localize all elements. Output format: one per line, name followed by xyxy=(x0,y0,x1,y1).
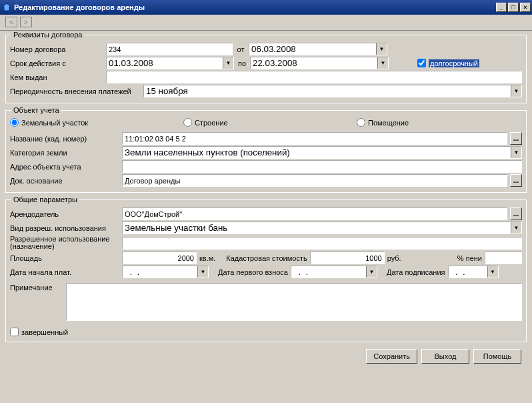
perm-label: Разрешенное использование (назначение) xyxy=(10,236,119,250)
save-button[interactable]: Сохранить xyxy=(366,349,417,364)
common-legend: Общие параметры xyxy=(11,195,79,204)
name-label: Название (кад. номер) xyxy=(10,135,119,143)
next-button[interactable]: > xyxy=(20,17,32,27)
d3-field[interactable]: ▼ xyxy=(448,266,499,278)
done-checkbox[interactable]: завершенный xyxy=(10,328,68,336)
chevron-down-icon[interactable]: ▼ xyxy=(197,266,208,278)
prev-button[interactable]: < xyxy=(5,17,17,27)
note-textarea[interactable] xyxy=(66,284,522,321)
cat-label: Категория земли xyxy=(10,149,119,157)
d1-label: Дата начала плат. xyxy=(10,268,119,276)
d2-label: Дата первого взноса xyxy=(218,268,288,276)
d1-field[interactable]: ▼ xyxy=(122,266,209,278)
button-bar: Сохранить Выход Помощь xyxy=(5,345,527,364)
nav-bar: < > xyxy=(0,15,532,31)
chevron-down-icon[interactable]: ▼ xyxy=(377,57,388,69)
title-bar: Редактирование договоров аренды _ □ × xyxy=(0,0,532,15)
chevron-down-icon[interactable]: ▼ xyxy=(511,222,521,234)
date-to-field[interactable]: ▼ xyxy=(250,57,389,69)
common-group: Общие параметры Арендодатель ... Вид раз… xyxy=(5,195,527,342)
radio-building[interactable]: Строение xyxy=(183,118,357,127)
exit-button[interactable]: Выход xyxy=(421,349,469,364)
longterm-checkbox[interactable]: долгосрочный xyxy=(417,59,479,67)
chevron-down-icon[interactable]: ▼ xyxy=(487,266,498,278)
doc-label: Док. основание xyxy=(10,177,119,185)
object-legend: Объект учета xyxy=(11,106,61,114)
cad-label: Кадастровая стоимость xyxy=(226,254,307,262)
chevron-down-icon[interactable]: ▼ xyxy=(511,85,521,97)
chevron-down-icon[interactable]: ▼ xyxy=(511,147,521,158)
chevron-down-icon[interactable]: ▼ xyxy=(366,266,377,278)
chevron-down-icon[interactable]: ▼ xyxy=(376,43,387,55)
kem-input[interactable] xyxy=(106,71,522,83)
use-label: Вид разреш. использования xyxy=(10,224,119,232)
help-button[interactable]: Помощь xyxy=(473,349,521,364)
addr-input[interactable] xyxy=(122,160,522,173)
number-input[interactable] xyxy=(106,43,233,55)
chevron-down-icon[interactable]: ▼ xyxy=(223,57,233,69)
peni-input[interactable] xyxy=(485,252,522,264)
requisites-legend: Реквизиты договора xyxy=(11,31,84,39)
d3-label: Дата подписания xyxy=(387,268,445,276)
radio-room[interactable]: Помещение xyxy=(357,118,409,127)
date-ot-field[interactable]: ▼ xyxy=(249,43,387,55)
cad-input[interactable] xyxy=(310,252,385,264)
minimize-button[interactable]: _ xyxy=(496,3,507,12)
cat-select[interactable]: ▼ xyxy=(122,146,522,159)
perm-input[interactable] xyxy=(122,237,522,250)
kem-label: Кем выдан xyxy=(10,73,103,81)
period-label: Периодичность внесения платежей xyxy=(10,87,141,95)
date-from-field[interactable]: ▼ xyxy=(106,57,234,69)
lessor-input[interactable] xyxy=(122,208,507,220)
app-icon xyxy=(1,2,12,13)
note-label: Примечание xyxy=(10,284,63,292)
area-input[interactable] xyxy=(122,252,197,264)
maximize-button[interactable]: □ xyxy=(508,3,519,12)
use-select[interactable]: ▼ xyxy=(122,222,522,234)
ot-label: от xyxy=(235,45,246,53)
radio-land[interactable]: Земельный участок xyxy=(10,118,183,127)
close-button[interactable]: × xyxy=(520,3,531,12)
object-group: Объект учета Земельный участок Строение … xyxy=(5,106,527,193)
d2-field[interactable]: ▼ xyxy=(291,266,377,278)
cad-unit: руб. xyxy=(387,254,401,262)
po-label: по xyxy=(237,59,247,67)
doc-lookup-button[interactable]: ... xyxy=(510,174,522,187)
area-unit: кв.м. xyxy=(199,254,215,262)
lessor-label: Арендодатель xyxy=(10,210,119,218)
requisites-group: Реквизиты договора Номер договора от ▼ С… xyxy=(5,31,527,103)
name-lookup-button[interactable]: ... xyxy=(510,132,522,145)
area-label: Площадь xyxy=(10,254,119,262)
peni-label: % пени xyxy=(457,254,482,262)
window-title: Редактирование договоров аренды xyxy=(14,3,496,11)
srok-label: Срок действия с xyxy=(10,59,103,67)
lessor-lookup-button[interactable]: ... xyxy=(510,208,522,220)
addr-label: Адрес объекта учета xyxy=(10,163,119,171)
name-input[interactable] xyxy=(122,132,507,145)
doc-input[interactable] xyxy=(122,174,507,187)
period-select[interactable]: ▼ xyxy=(143,85,522,97)
number-label: Номер договора xyxy=(10,45,103,53)
